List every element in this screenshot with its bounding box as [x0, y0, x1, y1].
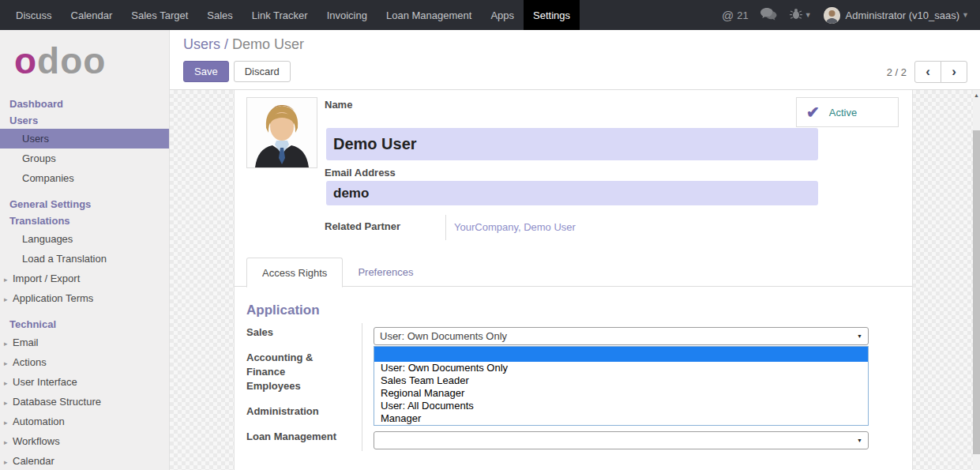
dropdown-option-regional-manager[interactable]: Regional Manager — [374, 387, 868, 400]
sidebar-item-workflows[interactable]: ▸Workflows — [0, 431, 169, 451]
scrollbar-thumb[interactable] — [973, 130, 980, 454]
sidebar: odoo DashboardUsersUsersGroupsCompaniesG… — [0, 30, 170, 470]
menu-calendar[interactable]: Calendar — [62, 0, 122, 30]
dropdown-option-user-all-documents[interactable]: User: All Documents — [374, 400, 868, 412]
breadcrumb: Users / Demo User — [183, 36, 304, 53]
email-label: Email Address — [325, 167, 396, 179]
menu-sales-target[interactable]: Sales Target — [122, 0, 197, 30]
user-avatar — [824, 7, 840, 24]
sidebar-section: DashboardUsersUsersGroupsCompanies — [0, 96, 169, 188]
expand-arrow-icon: ▸ — [4, 340, 12, 348]
sidebar-item-languages[interactable]: Languages — [0, 229, 169, 249]
field-separator — [445, 215, 446, 240]
content-area: Name Demo User ✔ Active Email Address de… — [170, 90, 980, 470]
control-panel: Users / Demo User Save Discard 2 / 2 ‹ › — [170, 30, 980, 90]
sidebar-heading-translations[interactable]: Translations — [0, 212, 169, 229]
related-partner-link[interactable]: YourCompany, Demo User — [454, 221, 576, 233]
expand-arrow-icon: ▸ — [4, 379, 12, 387]
menu-sales[interactable]: Sales — [197, 0, 242, 30]
menu-link-tracker[interactable]: Link Tracker — [242, 0, 317, 30]
active-toggle[interactable]: ✔ Active — [796, 97, 899, 127]
chevron-down-icon: ▼ — [962, 11, 969, 19]
sidebar-item-database-structure[interactable]: ▸Database Structure — [0, 392, 169, 412]
topbar-right: @ 21 ▼ Administrator (v10_saas) ▼ — [722, 0, 980, 30]
sales-access-dropdown: User: Own Documents OnlySales Team Leade… — [374, 346, 869, 426]
breadcrumb-separator: / — [224, 36, 228, 52]
expand-arrow-icon: ▸ — [4, 276, 12, 284]
pager-next-button[interactable]: › — [941, 61, 967, 83]
sidebar-item-automation[interactable]: ▸Automation — [0, 412, 169, 431]
sidebar-item-load-a-translation[interactable]: Load a Translation — [0, 249, 169, 269]
notebook-tabs: Access RightsPreferences — [235, 257, 912, 287]
sidebar-item-user-interface[interactable]: ▸User Interface — [0, 372, 169, 392]
tab-access-rights[interactable]: Access Rights — [246, 258, 343, 288]
app-row-label-accounting-finance: Accounting & Finance — [246, 351, 351, 379]
pager-count: 2 / 2 — [887, 66, 907, 78]
user-menu[interactable]: Administrator (v10_saas) ▼ — [824, 7, 969, 24]
messages-button[interactable] — [760, 8, 778, 23]
name-label: Name — [325, 99, 352, 111]
menu-settings[interactable]: Settings — [524, 0, 580, 30]
sidebar-heading-technical[interactable]: Technical — [0, 316, 169, 333]
sidebar-section: General SettingsTranslationsLanguagesLoa… — [0, 196, 169, 308]
sidebar-item-application-terms[interactable]: ▸Application Terms — [0, 288, 169, 308]
breadcrumb-current: Demo User — [232, 36, 304, 52]
app-row-label-employees: Employees — [246, 379, 351, 393]
checkmark-icon: ✔ — [806, 103, 820, 122]
vertical-scrollbar[interactable]: ▲ — [973, 90, 980, 470]
sidebar-item-users[interactable]: Users — [0, 129, 169, 149]
sales-access-value: User: Own Documents Only — [380, 330, 507, 342]
menu-invoicing[interactable]: Invoicing — [317, 0, 377, 30]
mention-count: 21 — [737, 9, 748, 21]
sidebar-heading-dashboard[interactable]: Dashboard — [0, 96, 169, 112]
select-arrow-icon: ▼ — [857, 438, 862, 443]
sales-access-select[interactable]: User: Own Documents Only ▼ — [374, 327, 869, 345]
dropdown-option-user-own-documents-only[interactable]: User: Own Documents Only — [374, 362, 868, 374]
dropdown-option-manager[interactable]: Manager — [374, 412, 868, 425]
expand-arrow-icon: ▸ — [4, 359, 12, 367]
debug-menu-button[interactable]: ▼ — [790, 8, 812, 22]
mentions-counter[interactable]: @ 21 — [722, 9, 749, 22]
expand-arrow-icon: ▸ — [4, 399, 12, 407]
active-label: Active — [829, 107, 857, 118]
sidebar-item-import-export[interactable]: ▸Import / Export — [0, 269, 169, 288]
mention-icon: @ — [722, 9, 734, 22]
select-arrow-icon: ▼ — [857, 333, 862, 339]
sidebar-item-email[interactable]: ▸Email — [0, 333, 169, 352]
pager-previous-button[interactable]: ‹ — [914, 61, 941, 83]
app-row-label-loan-management: Loan Management — [246, 430, 351, 444]
topbar-menus: DiscussCalendarSales TargetSalesLink Tra… — [0, 0, 722, 30]
chat-icon — [760, 8, 778, 23]
odoo-logo: odoo — [14, 43, 106, 79]
dropdown-option-empty[interactable] — [374, 347, 868, 362]
sidebar-heading-users[interactable]: Users — [0, 112, 169, 129]
email-input[interactable]: demo — [326, 181, 818, 205]
sidebar-item-calendar[interactable]: ▸Calendar — [0, 451, 169, 470]
breadcrumb-users-link[interactable]: Users — [183, 36, 220, 52]
logo-letter-o: o — [14, 40, 37, 81]
sidebar-item-actions[interactable]: ▸Actions — [0, 352, 169, 372]
menu-loan-management[interactable]: Loan Management — [377, 0, 481, 30]
save-button[interactable]: Save — [183, 61, 229, 82]
application-group: SalesAccounting & FinanceEmployeesAdmini… — [246, 323, 900, 470]
sidebar-nav: DashboardUsersUsersGroupsCompaniesGenera… — [0, 91, 169, 470]
dropdown-option-sales-team-leader[interactable]: Sales Team Leader — [374, 374, 868, 387]
expand-arrow-icon: ▸ — [4, 438, 12, 446]
pager: 2 / 2 ‹ › — [887, 61, 967, 83]
related-partner-label: Related Partner — [325, 220, 400, 232]
sidebar-item-groups[interactable]: Groups — [0, 149, 169, 168]
user-photo[interactable] — [246, 97, 317, 168]
sidebar-heading-general-settings[interactable]: General Settings — [0, 196, 169, 212]
sidebar-item-companies[interactable]: Companies — [0, 168, 169, 188]
loan-management-select[interactable]: ▼ — [374, 431, 869, 449]
tab-preferences[interactable]: Preferences — [343, 258, 428, 286]
label-column-separator — [362, 323, 362, 451]
expand-arrow-icon: ▸ — [4, 419, 12, 427]
user-name: Administrator (v10_saas) — [846, 9, 960, 21]
name-input[interactable]: Demo User — [326, 128, 818, 160]
menu-apps[interactable]: Apps — [481, 0, 524, 30]
sidebar-section: Technical▸Email▸Actions▸User Interface▸D… — [0, 316, 169, 470]
scroll-up-arrow-icon[interactable]: ▲ — [973, 92, 980, 98]
menu-discuss[interactable]: Discuss — [6, 0, 62, 30]
discard-button[interactable]: Discard — [234, 61, 291, 82]
